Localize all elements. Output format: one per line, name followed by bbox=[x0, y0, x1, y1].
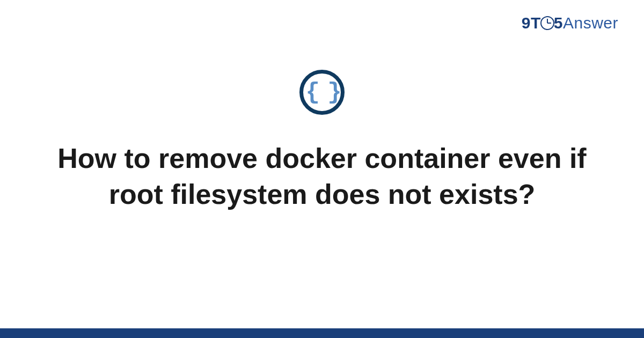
code-braces-icon: { } bbox=[299, 70, 345, 115]
clock-icon bbox=[540, 16, 554, 30]
brand-five: 5 bbox=[554, 14, 563, 32]
footer-accent-bar bbox=[0, 328, 644, 338]
brand-t: T bbox=[531, 14, 541, 32]
brand-nine: 9 bbox=[522, 14, 531, 32]
brand-answer: Answer bbox=[563, 14, 618, 32]
braces-glyph: { } bbox=[305, 80, 338, 104]
brand-logo: 9T5Answer bbox=[522, 14, 618, 32]
page-title: How to remove docker container even if r… bbox=[32, 141, 612, 212]
